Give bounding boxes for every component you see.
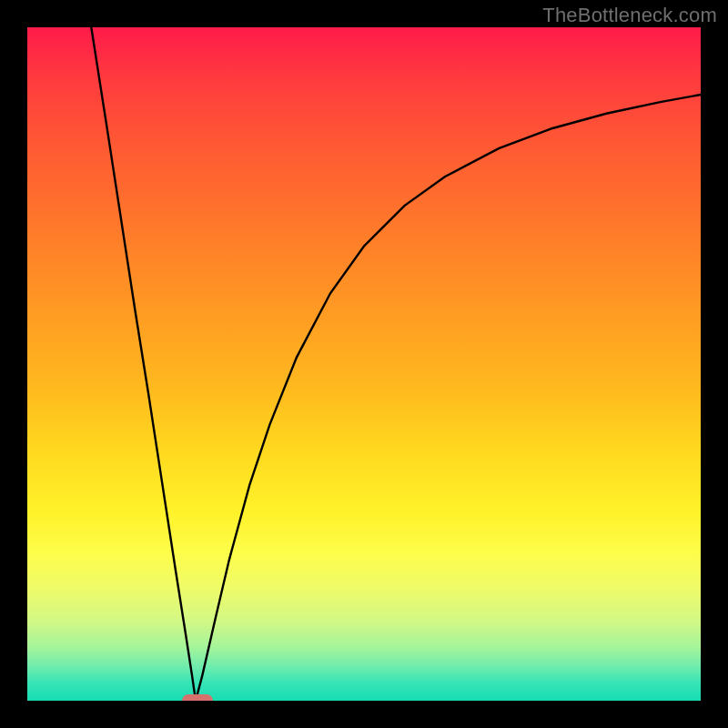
notch-marker xyxy=(182,694,213,701)
curve-left-branch xyxy=(91,27,196,701)
plot-area xyxy=(27,27,701,701)
bottleneck-curve xyxy=(27,27,701,701)
curve-right-branch xyxy=(196,95,701,701)
watermark-text: TheBottleneck.com xyxy=(542,4,717,27)
chart-frame: TheBottleneck.com xyxy=(0,0,728,728)
